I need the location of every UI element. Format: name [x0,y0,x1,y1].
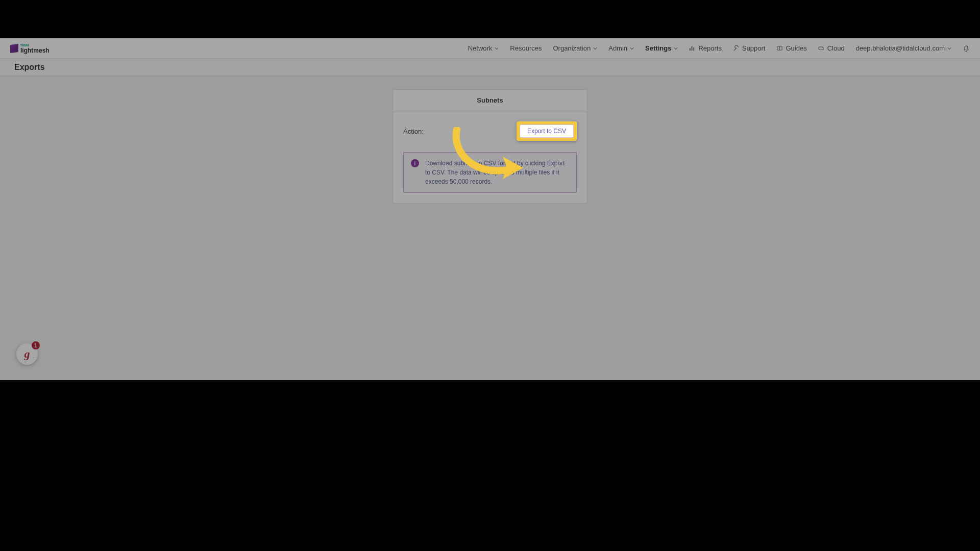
logo-text: tidal lightmesh [20,43,50,54]
chevron-down-icon [947,46,951,51]
logo[interactable]: tidal lightmesh [10,43,50,54]
nav-support-label: Support [742,44,766,52]
nav-reports[interactable]: Reports [689,44,722,52]
top-nav: tidal lightmesh Network Resources Organi… [0,38,980,59]
export-highlight: Export to CSV [517,121,577,141]
action-row: Action: Export to CSV [403,121,577,141]
content-area: Subnets Action: Export to CSV i Download… [0,76,980,204]
page-title: Exports [14,63,45,72]
nav-cloud-label: Cloud [827,44,845,52]
export-card: Subnets Action: Export to CSV i Download… [393,89,587,204]
wrench-icon [733,45,740,52]
cloud-icon [818,45,825,52]
action-label: Action: [403,128,424,135]
bell-icon [963,45,970,52]
nav-organization-label: Organization [553,44,591,52]
page-header: Exports [0,59,980,76]
letterbox-top [0,0,980,38]
nav-reports-label: Reports [698,44,722,52]
bar-chart-icon [689,45,696,52]
help-widget-dots-icon: : [33,357,34,359]
logo-lightmesh: lightmesh [20,47,50,54]
nav-guides[interactable]: Guides [776,44,806,52]
chevron-down-icon [674,46,678,51]
export-to-csv-button[interactable]: Export to CSV [520,124,574,138]
nav-network-label: Network [468,44,493,52]
nav-support[interactable]: Support [733,44,766,52]
nav-admin-label: Admin [608,44,627,52]
nav-organization[interactable]: Organization [553,44,598,52]
nav-network[interactable]: Network [468,44,499,52]
logo-cube-icon [10,43,18,53]
nav-resources[interactable]: Resources [510,44,542,52]
chevron-down-icon [593,46,597,51]
card-body: Action: Export to CSV i Download subnets… [393,111,587,203]
book-icon [776,45,783,52]
app-area: tidal lightmesh Network Resources Organi… [0,38,980,380]
help-widget-badge: 1 [32,341,40,349]
card-header: Subnets [393,90,587,111]
nav-admin[interactable]: Admin [608,44,634,52]
chevron-down-icon [630,46,634,51]
letterbox-bottom [0,380,980,551]
nav-guides-label: Guides [786,44,806,52]
info-text: Download subnets in CSV format by clicki… [425,159,569,186]
nav-items: Network Resources Organization Admin Set… [468,44,970,52]
info-icon: i [411,159,419,167]
help-widget-circle: g : 1 [16,343,38,365]
nav-user-label: deep.bhalotia@tidalcloud.com [856,44,945,52]
card-header-label: Subnets [477,96,503,104]
info-box: i Download subnets in CSV format by clic… [403,152,577,193]
nav-settings[interactable]: Settings [645,44,678,52]
chevron-down-icon [495,46,499,51]
help-widget-letter: g [24,347,30,361]
nav-resources-label: Resources [510,44,542,52]
nav-cloud[interactable]: Cloud [818,44,845,52]
nav-user[interactable]: deep.bhalotia@tidalcloud.com [856,44,951,52]
nav-notifications[interactable] [963,45,970,52]
nav-settings-label: Settings [645,44,671,52]
help-widget[interactable]: g : 1 [16,343,38,365]
